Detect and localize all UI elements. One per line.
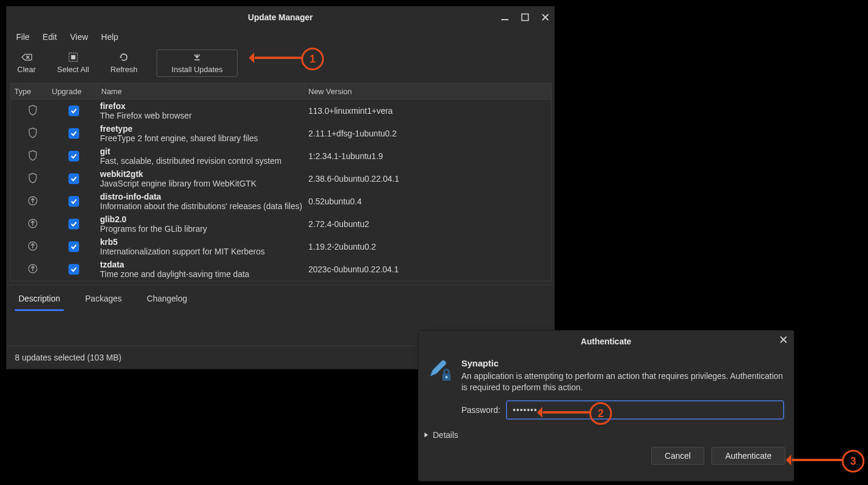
type-cell [11, 195, 51, 208]
toolbar-clear-label: Clear [17, 65, 36, 74]
type-cell [11, 150, 51, 163]
maximize-button[interactable] [520, 12, 530, 23]
toolbar: Clear Select All Refresh Install Updates [7, 46, 554, 83]
table-row[interactable]: distro-info-dataInformation about the di… [11, 190, 551, 213]
package-name: firefox [100, 101, 305, 111]
table-row[interactable]: webkit2gtkJavaScript engine library from… [11, 167, 551, 190]
toolbar-install-updates[interactable]: Install Updates [157, 49, 238, 77]
password-input[interactable] [506, 400, 784, 419]
minimize-button[interactable] [499, 12, 510, 23]
upgrade-cell [51, 219, 96, 229]
toolbar-select-all-label: Select All [57, 65, 89, 74]
table-row[interactable]: glib2.0Programs for the GLib library2.72… [11, 213, 551, 235]
menu-file[interactable]: File [10, 30, 36, 44]
upgrade-cell [51, 151, 96, 161]
updates-table-wrap: Type Upgrade Name New Version firefoxThe… [7, 83, 554, 281]
update-arrow-icon [28, 241, 38, 253]
install-icon [192, 52, 202, 64]
type-cell [11, 128, 51, 140]
table-row[interactable]: firefoxThe Firefox web browser113.0+linu… [11, 100, 551, 122]
key-lock-icon [428, 358, 453, 383]
menu-view[interactable]: View [64, 30, 94, 44]
authenticate-button[interactable]: Authenticate [711, 447, 785, 465]
version-cell: 0.52ubuntu0.4 [305, 197, 551, 206]
svg-point-9 [445, 376, 448, 378]
upgrade-checkbox[interactable] [68, 241, 79, 252]
version-cell: 2023c-0ubuntu0.22.04.1 [305, 265, 551, 274]
upgrade-checkbox[interactable] [68, 128, 79, 139]
upgrade-cell [51, 241, 96, 252]
auth-content: Synaptic An application is attempting to… [419, 352, 794, 396]
package-name: git [100, 147, 305, 156]
svg-rect-1 [522, 14, 529, 21]
name-cell: webkit2gtkJavaScript engine library from… [96, 169, 305, 188]
name-cell: firefoxThe Firefox web browser [96, 101, 305, 120]
table-row[interactable]: gitFast, scalable, distributed revision … [11, 145, 551, 167]
package-name: krb5 [100, 237, 305, 247]
update-arrow-icon [28, 195, 38, 208]
name-cell: tzdataTime zone and daylight-saving time… [96, 260, 305, 279]
table-row[interactable]: tzdataTime zone and daylight-saving time… [11, 258, 551, 281]
package-name: freetype [100, 124, 305, 133]
package-description: The Firefox web browser [100, 111, 305, 120]
toolbar-clear[interactable]: Clear [15, 51, 38, 75]
annotation-marker-3: 3 [842, 450, 864, 472]
auth-text-block: Synaptic An application is attempting to… [461, 358, 784, 393]
cancel-button[interactable]: Cancel [651, 447, 705, 465]
menu-edit[interactable]: Edit [37, 30, 63, 44]
shield-icon [28, 105, 38, 117]
upgrade-checkbox[interactable] [68, 264, 79, 275]
details-expander[interactable]: Details [419, 419, 794, 442]
type-cell [11, 263, 51, 276]
package-name: distro-info-data [100, 192, 305, 201]
shield-icon [28, 173, 38, 185]
shield-icon [28, 150, 38, 163]
toolbar-install-label: Install Updates [171, 65, 223, 74]
name-cell: gitFast, scalable, distributed revision … [96, 147, 305, 166]
upgrade-cell [51, 196, 96, 207]
refresh-icon [118, 52, 129, 64]
upgrade-checkbox[interactable] [68, 196, 79, 207]
package-description: Internationalization support for MIT Ker… [100, 247, 305, 256]
upgrade-checkbox[interactable] [68, 173, 79, 184]
auth-app-name: Synaptic [461, 358, 784, 368]
toolbar-select-all[interactable]: Select All [55, 51, 91, 75]
name-cell: freetypeFreeType 2 font engine, shared l… [96, 124, 305, 143]
col-header-upgrade[interactable]: Upgrade [52, 83, 98, 99]
tab-description[interactable]: Description [15, 291, 64, 311]
table-row[interactable]: krb5Internationalization support for MIT… [11, 235, 551, 258]
clear-icon [21, 52, 32, 64]
upgrade-cell [51, 264, 96, 275]
package-name: glib2.0 [100, 214, 305, 224]
tab-packages[interactable]: Packages [82, 291, 125, 311]
update-manager-window: Update Manager File Edit View Help Clear [6, 6, 555, 369]
col-header-version[interactable]: New Version [305, 87, 551, 96]
auth-close-button[interactable] [779, 335, 788, 346]
updates-table: Type Upgrade Name New Version firefoxThe… [10, 83, 552, 281]
type-cell [11, 218, 51, 231]
package-description: Time zone and daylight-saving time data [100, 269, 305, 279]
upgrade-checkbox[interactable] [68, 105, 79, 116]
version-cell: 113.0+linuxmint1+vera [305, 106, 551, 116]
col-header-name[interactable]: Name [98, 83, 305, 99]
annotation-arrow-3 [792, 459, 843, 461]
authenticate-dialog: Authenticate Synaptic An application is … [418, 330, 794, 481]
upgrade-checkbox[interactable] [68, 151, 79, 161]
menu-help[interactable]: Help [95, 30, 124, 44]
name-cell: glib2.0Programs for the GLib library [96, 214, 305, 234]
package-description: Programs for the GLib library [100, 224, 305, 234]
close-button[interactable] [540, 12, 551, 23]
table-body: firefoxThe Firefox web browser113.0+linu… [11, 100, 551, 281]
upgrade-checkbox[interactable] [68, 219, 79, 229]
update-arrow-icon [28, 263, 38, 276]
upgrade-cell [51, 128, 96, 139]
tab-changelog[interactable]: Changelog [143, 291, 191, 311]
auth-window-title: Authenticate [581, 337, 632, 346]
package-name: webkit2gtk [100, 169, 305, 179]
upgrade-cell [51, 173, 96, 184]
toolbar-refresh[interactable]: Refresh [108, 51, 140, 75]
password-row: Password: [419, 396, 794, 419]
table-row[interactable]: freetypeFreeType 2 font engine, shared l… [11, 122, 551, 145]
col-header-type[interactable]: Type [11, 83, 52, 99]
update-arrow-icon [28, 218, 38, 231]
